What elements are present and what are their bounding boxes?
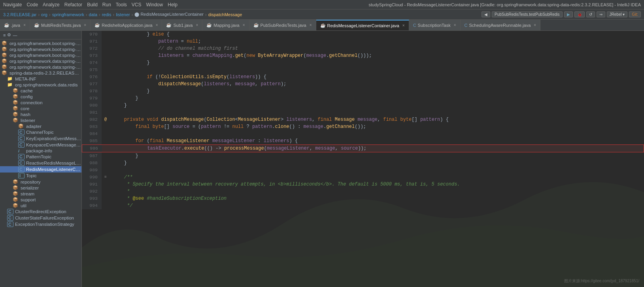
sidebar-item[interactable]: 📦config <box>0 94 81 99</box>
sidebar-item[interactable]: CClusterStateFailureException <box>0 215 81 221</box>
line-num-992: 992 <box>82 188 102 195</box>
tree-label: META-INF <box>15 77 36 81</box>
breadcrumb-class[interactable]: ⬤ RedisMessageListenerContainer <box>134 12 204 17</box>
git-btn[interactable]: Git: <box>629 11 641 17</box>
tab-close-redishello[interactable]: × <box>156 23 158 27</box>
sidebar-item[interactable]: 📦org.springframework.data:spring-d... <box>0 64 81 70</box>
sidebar-item[interactable]: 📦stream <box>0 191 81 197</box>
tab-close-multiredis[interactable]: × <box>84 23 86 27</box>
sidebar-item[interactable]: ITopic <box>0 173 81 179</box>
line-num-979: 979 <box>82 95 102 102</box>
breadcrumb-jar[interactable]: 3.2.RELEASE.jar <box>3 12 36 17</box>
sidebar-item[interactable]: CKeyExpirationEventMessageLi... <box>0 135 81 142</box>
tab-close-pubsub[interactable]: × <box>310 23 312 27</box>
sidebar-item[interactable]: 📦connection <box>0 99 81 105</box>
sidebar-item[interactable]: 📦org.springframework.boot:spring-b... <box>0 52 81 58</box>
sidebar-item[interactable]: 📦support <box>0 197 81 203</box>
sidebar-item[interactable]: 📦org.springframework.data:spring-d... <box>0 58 81 64</box>
tab-icon-prev: ☕ <box>4 23 9 28</box>
sidebar-item[interactable]: 📁org.springframework.data.redis <box>0 82 81 88</box>
line-code-978: } <box>110 88 644 95</box>
sidebar-item[interactable]: 📦org.springframework.boot:spring-b... <box>0 40 81 46</box>
breadcrumb-springframework[interactable]: springframework <box>52 12 84 17</box>
menu-analyze[interactable]: Analyze <box>43 2 60 8</box>
code-editor[interactable]: 970 } else { 971 pattern = null; 972 // … <box>82 31 644 287</box>
sidebar-item[interactable]: CExceptionTranslationStrategy <box>0 221 81 227</box>
sidebar-item[interactable]: CKeyspaceEventMessageListen... <box>0 142 81 148</box>
tab-redis-listener[interactable]: ☕ RedisMessageListenerContainer.java × <box>316 20 409 30</box>
sidebar-item[interactable]: 📦repository <box>0 179 81 185</box>
sidebar-item[interactable]: 📦spring-data-redis-2.3.2.RELEASE.jar lib… <box>0 70 81 76</box>
tab-label-prev: .java <box>11 23 20 28</box>
tab-label-subscription: SubscriptionTask <box>418 23 451 28</box>
tab-pubsub[interactable]: ☕ PubSubRedisTests.java × <box>249 20 316 30</box>
tab-close-subscription[interactable]: × <box>454 23 456 27</box>
tab-close-sub1[interactable]: × <box>196 23 198 27</box>
sidebar-item[interactable]: 📦cache <box>0 88 81 94</box>
sidebar-collapse-icon[interactable]: ≡ <box>3 33 6 38</box>
sidebar-item[interactable]: 📦org.springframework.boot:spring-b... <box>0 46 81 52</box>
tree-label: cache <box>21 88 33 93</box>
run-btn[interactable]: ▶ <box>564 11 573 17</box>
breadcrumb-listener[interactable]: listener <box>116 12 130 17</box>
tab-mapping[interactable]: ☕ Mapping.java × <box>202 20 249 30</box>
tab-multiredis[interactable]: ☕ MultiRedisTests.java × <box>30 20 91 30</box>
tab-close-scheduling[interactable]: × <box>534 23 536 27</box>
menu-navigate[interactable]: Navigate <box>3 2 22 8</box>
tab-redishello[interactable]: ☕ RedishelloApplication.java × <box>91 20 162 30</box>
sidebar-item[interactable]: 📁META-INF <box>0 76 81 82</box>
tab-subscription[interactable]: C SubscriptionTask × <box>409 20 461 30</box>
line-num-991: 991 <box>82 181 102 188</box>
reload-btn[interactable]: ↺ <box>586 11 595 17</box>
tab-close-mapping[interactable]: × <box>243 23 245 27</box>
tab-label-multiredis: MultiRedisTests.java <box>41 23 81 28</box>
sidebar-minimize-icon[interactable]: — <box>13 33 17 38</box>
menu-vcs[interactable]: VCS <box>132 2 142 8</box>
line-num-986: 986 <box>82 145 102 152</box>
sidebar-item[interactable]: CClusterRedirectException <box>0 208 81 215</box>
breadcrumb-org[interactable]: org <box>41 12 47 17</box>
tab-icon-redis-listener: ☕ <box>320 23 326 28</box>
line-code-988: } <box>110 159 644 167</box>
debug-btn[interactable]: 🐞 <box>574 11 585 17</box>
code-line-986: 986 taskExecutor.execute(() -> processMe… <box>82 144 644 152</box>
sidebar-item[interactable]: CRedisMessageListenerContair... <box>0 166 81 173</box>
sidebar-settings-icon[interactable]: ⚙ <box>7 32 11 38</box>
sidebar-item[interactable]: CChannelTopic <box>0 129 81 135</box>
code-line-974: 974 } <box>82 59 644 66</box>
menu-refactor[interactable]: Refactor <box>64 2 82 8</box>
line-marker-982: @ <box>102 116 110 123</box>
nav-back-btn[interactable]: ◀ <box>482 11 490 17</box>
breadcrumb-sep-5: › <box>113 12 115 17</box>
jrebel-btn[interactable]: JRebel ▾ <box>607 11 628 17</box>
sidebar-item[interactable]: 📦hash <box>0 111 81 117</box>
menu-run[interactable]: Run <box>102 2 111 8</box>
tab-scheduling[interactable]: C SchedulingAwareRunnable.java × <box>461 20 541 30</box>
tree-icon-package: 📦 <box>13 94 19 99</box>
sidebar-item[interactable]: 📦util <box>0 203 81 208</box>
sidebar-item[interactable]: 📦core <box>0 105 81 111</box>
step-over-btn[interactable]: ⇒ <box>597 11 605 17</box>
tree-label: RedisMessageListenerContair... <box>26 167 81 172</box>
tab-close-redis-listener[interactable]: × <box>402 23 405 28</box>
line-marker-990: ≡ <box>102 174 110 181</box>
sidebar-item[interactable]: 📦serializer <box>0 185 81 191</box>
menu-help[interactable]: Help <box>168 2 178 8</box>
tab-sub1[interactable]: ☕ Sub1.java × <box>162 20 202 30</box>
tree-label: ClusterStateFailureException <box>15 216 74 220</box>
breadcrumb-data[interactable]: data <box>89 12 97 17</box>
sidebar-item[interactable]: CReactiveRedisMessageListene... <box>0 160 81 166</box>
run-config-label[interactable]: PubSubRedisTests.testPubSubRedis <box>492 11 563 17</box>
tab-prev[interactable]: ☕ .java × <box>0 20 30 30</box>
tab-close-prev[interactable]: × <box>23 23 26 27</box>
sidebar-item[interactable]: CPatternTopic <box>0 154 81 160</box>
menu-window[interactable]: Window <box>146 2 163 8</box>
line-num-974: 974 <box>82 59 102 66</box>
breadcrumb-redis[interactable]: redis <box>102 12 111 17</box>
menu-code[interactable]: Code <box>26 2 38 8</box>
sidebar-item[interactable]: 📦listener <box>0 117 81 123</box>
menu-tools[interactable]: Tools <box>116 2 127 8</box>
sidebar-item[interactable]: ipackage-info <box>0 148 81 154</box>
sidebar-item[interactable]: 📦adapter <box>0 123 81 129</box>
menu-build[interactable]: Build <box>87 2 98 8</box>
